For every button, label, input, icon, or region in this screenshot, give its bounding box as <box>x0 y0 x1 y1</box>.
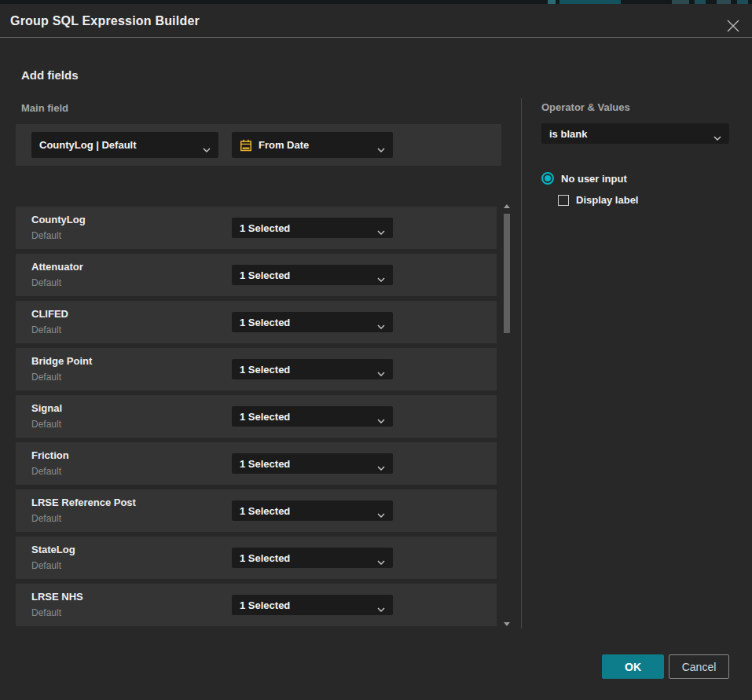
selected-count: 1 Selected <box>240 222 290 234</box>
field-row-signal: Signal Default 1 Selected <box>16 395 497 438</box>
main-field-select-value: From Date <box>259 139 309 151</box>
add-fields-heading: Add fields <box>21 68 79 82</box>
selected-count: 1 Selected <box>240 599 290 611</box>
chevron-down-icon <box>377 603 385 614</box>
field-subtitle: Default <box>31 324 61 335</box>
field-selected-dropdown[interactable]: 1 Selected <box>232 548 393 568</box>
selected-count: 1 Selected <box>240 552 290 564</box>
display-label-checkbox[interactable]: Display label <box>558 194 638 206</box>
scrollbar-thumb[interactable] <box>504 214 510 333</box>
chevron-down-icon <box>377 555 385 567</box>
main-field-select-dropdown[interactable]: From Date <box>232 132 393 158</box>
chevron-down-icon <box>203 143 211 155</box>
field-subtitle: Default <box>31 372 61 383</box>
checkbox-label: Display label <box>576 194 638 206</box>
chevron-down-icon <box>377 273 385 284</box>
chevron-down-icon <box>377 367 385 379</box>
screen: Group SQL Expression Builder Add fields … <box>0 0 752 700</box>
main-field-panel: CountyLog | Default From Date <box>16 124 501 166</box>
layer-select-dropdown[interactable]: CountyLog | Default <box>31 132 218 158</box>
field-selected-dropdown[interactable]: 1 Selected <box>232 500 393 521</box>
selected-count: 1 Selected <box>240 364 290 376</box>
field-row-attenuator: Attenuator Default 1 Selected <box>16 254 497 296</box>
selected-count: 1 Selected <box>240 317 290 328</box>
field-selected-dropdown[interactable]: 1 Selected <box>232 595 393 615</box>
field-selected-dropdown[interactable]: 1 Selected <box>232 312 393 332</box>
selected-count: 1 Selected <box>240 411 290 423</box>
field-name: Bridge Point <box>31 355 92 367</box>
field-subtitle: Default <box>31 607 61 618</box>
field-name: CLIFED <box>31 308 68 320</box>
field-row-clifed: CLIFED Default 1 Selected <box>16 301 497 343</box>
close-icon[interactable] <box>723 16 743 36</box>
cancel-button[interactable]: Cancel <box>669 654 729 679</box>
ok-button[interactable]: OK <box>602 654 664 679</box>
chevron-down-icon <box>377 320 385 332</box>
vertical-divider <box>521 98 522 629</box>
fields-scrollbar[interactable] <box>503 201 511 629</box>
operator-values-heading: Operator & Values <box>541 101 630 113</box>
field-row-friction: Friction Default 1 Selected <box>16 442 497 485</box>
field-row-bridge-point: Bridge Point Default 1 Selected <box>16 348 497 390</box>
scroll-up-icon[interactable] <box>504 204 510 208</box>
selected-count: 1 Selected <box>240 505 290 517</box>
field-subtitle: Default <box>31 277 61 288</box>
chevron-down-icon <box>377 508 385 520</box>
checkbox-icon <box>558 195 569 206</box>
field-name: Signal <box>31 402 62 414</box>
calendar-date-icon <box>240 139 252 152</box>
chevron-down-icon <box>377 143 385 155</box>
field-row-lrse-nhs: LRSE NHS Default 1 Selected <box>16 584 497 626</box>
dialog-title: Group SQL Expression Builder <box>10 4 200 38</box>
field-subtitle: Default <box>31 419 61 430</box>
field-name: CountyLog <box>31 214 86 225</box>
field-name: LRSE NHS <box>31 591 83 603</box>
field-name: LRSE Reference Post <box>31 497 136 508</box>
main-field-heading: Main field <box>21 102 68 114</box>
field-subtitle: Default <box>31 230 61 241</box>
all-fields-list: CountyLog Default 1 Selected Attenuator … <box>16 207 497 631</box>
field-name: StateLog <box>31 544 75 555</box>
field-row-statelog: StateLog Default 1 Selected <box>16 537 497 579</box>
field-subtitle: Default <box>31 466 61 477</box>
chevron-down-icon <box>377 225 385 237</box>
selected-count: 1 Selected <box>240 269 290 281</box>
field-subtitle: Default <box>31 560 61 571</box>
field-selected-dropdown[interactable]: 1 Selected <box>232 265 393 285</box>
field-subtitle: Default <box>31 513 61 524</box>
field-selected-dropdown[interactable]: 1 Selected <box>232 406 393 427</box>
selected-count: 1 Selected <box>240 458 290 470</box>
field-name: Friction <box>31 449 69 461</box>
radio-icon <box>541 172 554 185</box>
field-name: Attenuator <box>31 261 83 273</box>
field-selected-dropdown[interactable]: 1 Selected <box>232 453 393 474</box>
no-user-input-radio[interactable]: No user input <box>541 172 627 185</box>
operator-value: is blank <box>549 128 587 140</box>
operator-dropdown[interactable]: is blank <box>541 123 729 144</box>
radio-label: No user input <box>561 173 627 185</box>
field-selected-dropdown[interactable]: 1 Selected <box>232 359 393 379</box>
scroll-down-icon[interactable] <box>504 622 510 626</box>
field-selected-dropdown[interactable]: 1 Selected <box>232 218 393 238</box>
field-row-lrse-reference-post: LRSE Reference Post Default 1 Selected <box>16 489 497 532</box>
chevron-down-icon <box>377 414 385 426</box>
field-row-countylog: CountyLog Default 1 Selected <box>16 207 497 249</box>
chevron-down-icon <box>377 461 385 473</box>
layer-select-value: CountyLog | Default <box>39 139 137 151</box>
dialog-header: Group SQL Expression Builder <box>0 4 752 38</box>
chevron-down-icon <box>713 131 721 143</box>
